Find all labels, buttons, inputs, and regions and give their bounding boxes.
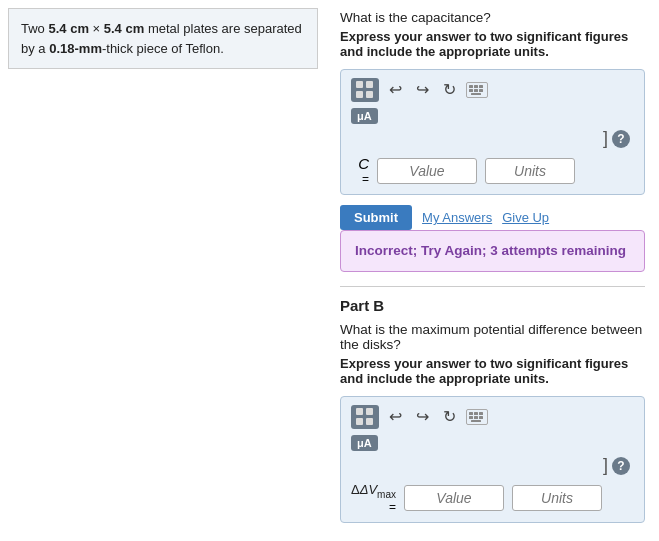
- part-b-mu-badge: μA: [351, 435, 378, 451]
- part-b-help-button[interactable]: ?: [612, 457, 630, 475]
- part-b-toolbar: ↩ ↪ ↻: [351, 405, 634, 429]
- svg-rect-13: [471, 420, 481, 422]
- part-a-eq-label: =: [362, 172, 369, 186]
- problem-description: Two 5.4 cm × 5.4 cm metal plates are sep…: [8, 8, 318, 69]
- svg-rect-2: [479, 85, 483, 88]
- part-b-refresh-button[interactable]: ↻: [439, 407, 460, 427]
- part-b-answer-box: ↩ ↪ ↻ μA ] ?: [340, 396, 645, 523]
- part-a-bracket-row: ] ?: [351, 128, 634, 149]
- part-b-undo-button[interactable]: ↩: [385, 407, 406, 427]
- svg-rect-9: [479, 412, 483, 415]
- part-a-help-button[interactable]: ?: [612, 130, 630, 148]
- svg-rect-5: [479, 89, 483, 92]
- part-b-instruction: Express your answer to two significant f…: [340, 356, 645, 386]
- svg-rect-4: [474, 89, 478, 92]
- svg-rect-0: [469, 85, 473, 88]
- part-a-grid-icon-group: [351, 78, 379, 102]
- svg-rect-7: [469, 412, 473, 415]
- bracket-close: ]: [603, 128, 608, 149]
- give-up-button[interactable]: Give Up: [502, 210, 549, 225]
- part-b-units-input[interactable]: [512, 485, 602, 511]
- part-a-variable-row: C =: [351, 155, 634, 186]
- part-b-bracket-row: ] ?: [351, 455, 634, 476]
- part-a-question: What is the capacitance?: [340, 10, 645, 25]
- section-divider: [340, 286, 645, 287]
- part-a-submit-row: Submit My Answers Give Up: [340, 205, 645, 230]
- part-b-var-label: ΔΔVmax =: [351, 482, 396, 514]
- part-a-instruction: Express your answer to two significant f…: [340, 29, 645, 59]
- my-answers-button[interactable]: My Answers: [422, 210, 492, 225]
- part-a-toolbar: ↩ ↪ ↻: [351, 78, 634, 102]
- submit-button[interactable]: Submit: [340, 205, 412, 230]
- part-a-mu-badge: μA: [351, 108, 378, 124]
- feedback-box: Incorrect; Try Again; 3 attempts remaini…: [340, 230, 645, 272]
- part-b-delta-v-label: ΔΔVmax: [351, 482, 396, 500]
- part-b-keyboard-icon[interactable]: [466, 409, 488, 425]
- grid-icon: [356, 81, 374, 99]
- problem-text: Two 5.4 cm × 5.4 cm metal plates are sep…: [21, 21, 302, 56]
- part-b-eq-label: =: [389, 500, 396, 514]
- refresh-button[interactable]: ↻: [439, 80, 460, 100]
- part-a-value-input[interactable]: [377, 158, 477, 184]
- part-b-bracket-close: ]: [603, 455, 608, 476]
- part-b-grid-icon-group: [351, 405, 379, 429]
- part-b-redo-button[interactable]: ↪: [412, 407, 433, 427]
- right-panel: What is the capacitance? Express your an…: [326, 0, 659, 541]
- part-a-units-input[interactable]: [485, 158, 575, 184]
- part-b-question: What is the maximum potential difference…: [340, 322, 645, 352]
- redo-button[interactable]: ↪: [412, 80, 433, 100]
- svg-rect-3: [469, 89, 473, 92]
- part-a-answer-box: ↩ ↪ ↻ μA ] ?: [340, 69, 645, 195]
- svg-rect-8: [474, 412, 478, 415]
- part-a-c-label: C: [358, 155, 369, 172]
- part-b-heading: Part B: [340, 297, 645, 314]
- undo-button[interactable]: ↩: [385, 80, 406, 100]
- part-b-variable-row: ΔΔVmax =: [351, 482, 634, 514]
- part-b-grid-icon: [356, 408, 374, 426]
- feedback-text: Incorrect; Try Again; 3 attempts remaini…: [355, 241, 630, 261]
- part-a-var-label: C =: [351, 155, 369, 186]
- svg-rect-12: [479, 416, 483, 419]
- svg-rect-11: [474, 416, 478, 419]
- keyboard-icon[interactable]: [466, 82, 488, 98]
- svg-rect-6: [471, 93, 481, 95]
- svg-rect-10: [469, 416, 473, 419]
- svg-rect-1: [474, 85, 478, 88]
- part-b-value-input[interactable]: [404, 485, 504, 511]
